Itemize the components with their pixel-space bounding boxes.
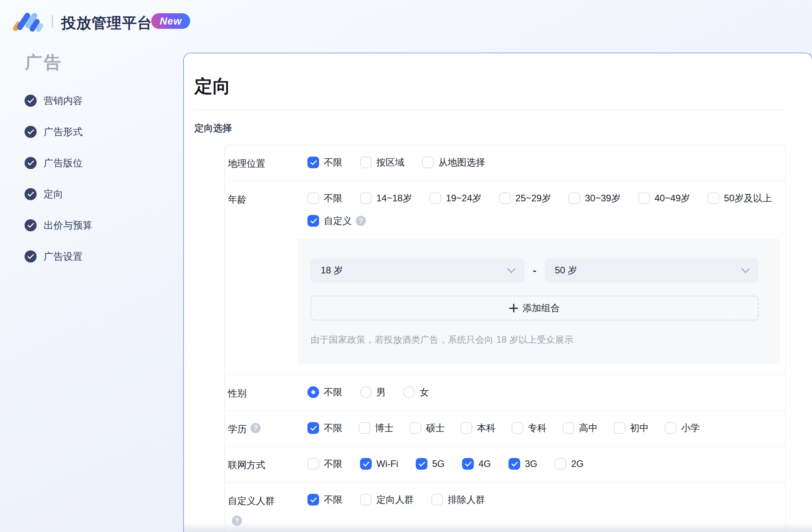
option-label: 19~24岁 — [446, 192, 481, 204]
age-checkbox-option[interactable]: 14~18岁 — [360, 192, 412, 204]
sidebar-step-item[interactable]: 广告形式 — [25, 125, 92, 138]
sidebar-step-item[interactable]: 定向 — [25, 188, 92, 200]
education-checkbox-option[interactable]: 小学 — [665, 422, 700, 434]
education-help-icon[interactable]: ? — [251, 423, 261, 433]
network-checkbox-option[interactable]: Wi-Fi — [360, 458, 398, 470]
top-header: 投放管理平台 New — [0, 0, 812, 46]
education-checkbox-option[interactable]: 高中 — [563, 422, 598, 434]
header-divider — [52, 15, 53, 28]
network-checkbox-option[interactable]: 5G — [416, 458, 445, 470]
sidebar-step-label: 广告设置 — [44, 250, 83, 263]
checkbox-icon — [431, 494, 443, 506]
option-label: 不限 — [324, 422, 342, 434]
option-label: 排除人群 — [448, 493, 485, 506]
section-title: 定向选择 — [194, 122, 786, 134]
age-checkbox-option[interactable]: 30~39岁 — [568, 192, 620, 204]
checkbox-icon — [665, 422, 676, 434]
checkbox-icon — [360, 192, 372, 204]
step-check-icon — [25, 126, 37, 138]
option-label: 4G — [478, 458, 491, 469]
sidebar-step-label: 出价与预算 — [44, 219, 92, 232]
age-to-value: 50 岁 — [555, 264, 577, 277]
age-checkbox-option[interactable]: 不限 — [307, 192, 342, 204]
sidebar-step-item[interactable]: 营销内容 — [25, 94, 92, 107]
education-checkbox-option[interactable]: 博士 — [358, 422, 394, 434]
age-custom-checkbox[interactable]: 自定义 — [307, 215, 352, 227]
add-combination-button[interactable]: 添加组合 — [311, 296, 759, 321]
step-check-icon — [25, 250, 37, 262]
row-audience-label: 自定义人群 ? — [228, 493, 307, 526]
network-checkbox-option[interactable]: 不限 — [307, 458, 342, 470]
gender-radio-option[interactable]: 男 — [360, 386, 386, 398]
sidebar-step-list: 营销内容 广告形式 广告版位 定向 出价与预算 — [25, 94, 92, 281]
checkbox-icon — [307, 215, 319, 227]
plus-icon — [509, 304, 518, 312]
age-to-select[interactable]: 50 岁 — [545, 258, 759, 282]
row-location: 地理位置 不限 按区域 — [225, 145, 786, 181]
checkbox-icon — [499, 192, 511, 204]
age-from-select[interactable]: 18 岁 — [311, 258, 524, 282]
checkbox-icon — [555, 458, 567, 470]
checkbox-icon — [568, 192, 580, 204]
checkbox-icon — [461, 422, 472, 434]
checkbox-icon — [512, 422, 523, 434]
age-range-panel: 18 岁 - 50 岁 添加组合 由于国家政策，若投放酒类广告，系统只会向 — [297, 239, 780, 364]
audience-checkbox-option[interactable]: 不限 — [307, 493, 342, 506]
network-checkbox-option[interactable]: 4G — [462, 458, 491, 470]
option-label: 30~39岁 — [585, 192, 620, 204]
sidebar-step-item[interactable]: 广告设置 — [25, 250, 92, 262]
checkbox-icon — [307, 458, 319, 470]
audience-checkbox-option[interactable]: 排除人群 — [431, 493, 485, 506]
education-checkbox-option[interactable]: 本科 — [461, 422, 496, 434]
row-audience-label-text: 自定义人群 — [228, 495, 275, 507]
option-label: 高中 — [579, 422, 598, 434]
audience-checkbox-option[interactable]: 定向人群 — [360, 493, 414, 506]
age-checkbox-option[interactable]: 50岁及以上 — [708, 192, 772, 204]
sidebar-step-item[interactable]: 出价与预算 — [25, 219, 92, 231]
option-label: 不限 — [324, 386, 342, 398]
education-checkbox-option[interactable]: 初中 — [614, 422, 649, 434]
checkbox-icon — [563, 422, 574, 434]
row-age: 年龄 不限 14~18岁 — [225, 181, 786, 375]
network-checkbox-option[interactable]: 3G — [508, 458, 537, 470]
gender-radio-option[interactable]: 不限 — [307, 386, 342, 398]
step-check-icon — [25, 95, 37, 107]
option-label: 本科 — [477, 422, 496, 434]
location-checkbox-option[interactable]: 按区域 — [360, 156, 404, 169]
education-checkbox-option[interactable]: 不限 — [307, 422, 342, 434]
gender-radio-option[interactable]: 女 — [403, 386, 429, 398]
app-title: 投放管理平台 — [61, 13, 152, 33]
option-label: 女 — [420, 386, 429, 398]
option-label: 40~49岁 — [655, 192, 690, 204]
checkbox-icon — [508, 458, 520, 470]
option-label: 2G — [571, 458, 584, 469]
radio-icon — [307, 386, 319, 398]
education-checkbox-option[interactable]: 专科 — [512, 422, 547, 434]
age-custom-help-icon[interactable]: ? — [356, 216, 366, 226]
checkbox-icon — [307, 192, 319, 204]
location-checkbox-option[interactable]: 不限 — [307, 156, 342, 169]
option-label: 25~29岁 — [515, 192, 551, 204]
option-label: 男 — [376, 386, 386, 398]
network-checkbox-option[interactable]: 2G — [555, 458, 584, 470]
app-logo-icon — [14, 11, 44, 32]
radio-icon — [403, 386, 415, 398]
age-checkbox-option[interactable]: 25~29岁 — [499, 192, 551, 204]
add-combination-label: 添加组合 — [523, 302, 560, 314]
option-label: 专科 — [528, 422, 547, 434]
sidebar-step-item[interactable]: 广告版位 — [25, 157, 92, 169]
range-separator: - — [524, 264, 545, 277]
targeting-form: 地理位置 不限 按区域 — [224, 145, 786, 532]
age-checkbox-option[interactable]: 40~49岁 — [638, 192, 690, 204]
checkbox-icon — [429, 192, 441, 204]
checkbox-icon — [307, 157, 319, 168]
row-education-label-text: 学历 — [228, 423, 247, 435]
row-gender: 性别 不限 男 — [225, 375, 786, 411]
page-title: 定向 — [194, 74, 786, 99]
education-checkbox-option[interactable]: 硕士 — [410, 422, 445, 434]
checkbox-icon — [708, 192, 719, 204]
title-divider — [194, 109, 786, 110]
audience-help-icon[interactable]: ? — [232, 516, 242, 526]
age-checkbox-option[interactable]: 19~24岁 — [429, 192, 481, 204]
location-checkbox-option[interactable]: 从地图选择 — [422, 156, 485, 169]
